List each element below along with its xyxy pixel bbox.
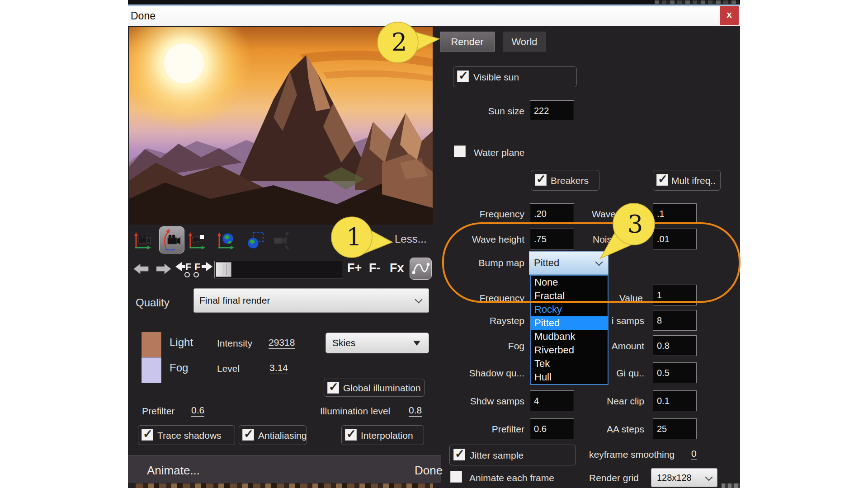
near-clip-label: Near clip (599, 396, 644, 407)
visible-sun-label: Visible sun (473, 72, 519, 83)
prev-keyframe-icon[interactable]: F (175, 260, 194, 281)
background-texture-strip (136, 483, 433, 488)
camera-rotate-icon-selected[interactable] (159, 226, 184, 253)
frequency-input[interactable]: .20 (530, 203, 574, 224)
fog-label: Fog (170, 361, 188, 374)
close-button[interactable]: x (720, 6, 739, 25)
animate-each-frame-checkbox[interactable] (450, 471, 462, 483)
animate-button[interactable]: Animate... (147, 464, 200, 478)
jitter-sample-label: Jitter sample (470, 450, 524, 461)
frequency-label: Frequency (461, 209, 524, 220)
camera-target-icon[interactable] (187, 231, 207, 251)
illumination-level-value[interactable]: 0.8 (409, 405, 422, 417)
quality-value: Final final render (199, 295, 270, 305)
amount-input[interactable]: 0.8 (653, 335, 697, 356)
i-samps-label: i samps (608, 315, 644, 326)
chevron-down-icon (705, 474, 713, 481)
trace-shadows-label: Trace shadows (157, 430, 222, 441)
remove-keyframe-button[interactable]: F- (369, 261, 380, 275)
background-window-text-remnant (655, 0, 739, 4)
wave-speed-input[interactable]: .1 (653, 203, 697, 224)
mult-ifreq-label: Mult ifreq.. (671, 175, 716, 186)
prefilter-right-label: Prefilter (461, 424, 524, 435)
aa-steps-input[interactable]: 25 (653, 418, 697, 439)
global-illumination-checkbox[interactable] (327, 382, 339, 394)
background-window-strip (128, 0, 740, 5)
next-frame-arrow-icon[interactable] (155, 262, 172, 277)
screen: Done x (0, 0, 868, 488)
global-illumination-group[interactable]: Global illumination (324, 379, 425, 397)
keyframe-fx-button[interactable]: Fx (390, 261, 404, 275)
bump-map-option[interactable]: Rocky (531, 303, 608, 316)
bump-map-option[interactable]: Hull (531, 371, 608, 384)
visible-sun-group[interactable]: Visible sun (453, 66, 577, 87)
render-grid-dropdown[interactable]: 128x128 (651, 468, 717, 487)
frame-slider[interactable] (214, 261, 343, 278)
bump-map-option[interactable]: Riverbed (531, 343, 608, 357)
camera-axes-icon[interactable] (133, 231, 153, 251)
global-illumination-label: Global illumination (343, 383, 421, 394)
trace-shadows-checkbox[interactable] (142, 429, 153, 441)
jitter-sample-group[interactable]: Jitter sample (449, 445, 576, 465)
level-value[interactable]: 3.14 (269, 362, 288, 374)
camera-dark-icon[interactable] (272, 231, 292, 251)
world-axes-icon[interactable] (216, 231, 236, 251)
keyframe-smoothing-value[interactable]: 0 (691, 448, 697, 460)
add-keyframe-button[interactable]: F+ (347, 261, 362, 275)
antialiasing-group[interactable]: Antialiasing (239, 425, 307, 445)
level-label: Level (217, 363, 240, 374)
next-keyframe-icon[interactable]: F (193, 260, 213, 281)
jitter-sample-checkbox[interactable] (453, 449, 465, 460)
bottom-bar: Animate... Done (128, 455, 441, 483)
visible-sun-checkbox[interactable] (457, 70, 469, 82)
light-color-swatch[interactable] (141, 332, 162, 358)
quality-dropdown[interactable]: Final final render (193, 288, 429, 313)
interpolation-checkbox[interactable] (345, 429, 357, 441)
shdw-samps-input[interactable]: 4 (530, 390, 574, 411)
done-button[interactable]: Done (415, 464, 443, 478)
chevron-down-icon (415, 296, 423, 304)
svg-text:F: F (194, 261, 200, 272)
breakers-checkbox[interactable] (535, 174, 547, 186)
tab-world[interactable]: World (503, 32, 546, 52)
fog-right-label: Fog (461, 341, 524, 352)
breakers-group[interactable]: Breakers (531, 170, 599, 191)
mult-ifreq-group[interactable]: Mult ifreq.. (653, 170, 721, 191)
gi-qu-input[interactable]: 0.5 (653, 362, 697, 383)
annotation-balloon-3: 3 (596, 202, 658, 261)
near-clip-input[interactable]: 0.1 (653, 390, 697, 411)
sun-size-input[interactable]: 222 (530, 100, 574, 121)
skies-label: Skies (332, 338, 355, 348)
background-texture-strip-right (722, 483, 740, 488)
prefilter-value[interactable]: 0.6 (191, 405, 204, 417)
animation-curve-button[interactable] (410, 258, 432, 280)
tab-render[interactable]: Render (440, 32, 495, 52)
intensity-value[interactable]: 29318 (269, 337, 295, 349)
prefilter-label: Prefilter (142, 406, 175, 417)
annotation-number-1: 1 (346, 223, 362, 252)
interpolation-group[interactable]: Interpolation (341, 425, 424, 445)
triangle-down-icon (413, 341, 420, 346)
bump-map-option[interactable]: Tek (531, 357, 608, 371)
raystep-label: Raystep (461, 315, 524, 326)
prefilter-right-input[interactable]: 0.6 (530, 418, 574, 439)
world-orbit-icon[interactable] (244, 231, 264, 251)
antialiasing-checkbox[interactable] (242, 429, 254, 441)
illumination-level-label: Illumination level (320, 406, 390, 417)
shdw-samps-label: Shdw samps (457, 396, 524, 407)
bump-map-option[interactable]: Mudbank (531, 330, 608, 343)
mult-ifreq-checkbox[interactable] (656, 174, 668, 186)
frame-slider-thumb[interactable] (216, 262, 231, 277)
antialiasing-label: Antialiasing (258, 430, 307, 441)
trace-shadows-group[interactable]: Trace shadows (138, 425, 235, 445)
water-plane-checkbox[interactable] (454, 145, 466, 157)
less-toggle[interactable]: Less... (395, 233, 427, 245)
skies-dropdown[interactable]: Skies (326, 333, 429, 353)
shadow-qu-label: Shadow qu... (457, 368, 524, 379)
annotation-balloon-1: 1 (320, 216, 398, 260)
prev-frame-arrow-icon[interactable] (133, 262, 150, 277)
annotation-number-2: 2 (392, 28, 407, 56)
bump-map-option[interactable]: Pitted (531, 316, 608, 330)
fog-color-swatch[interactable] (141, 357, 162, 383)
i-samps-input[interactable]: 8 (653, 310, 697, 331)
